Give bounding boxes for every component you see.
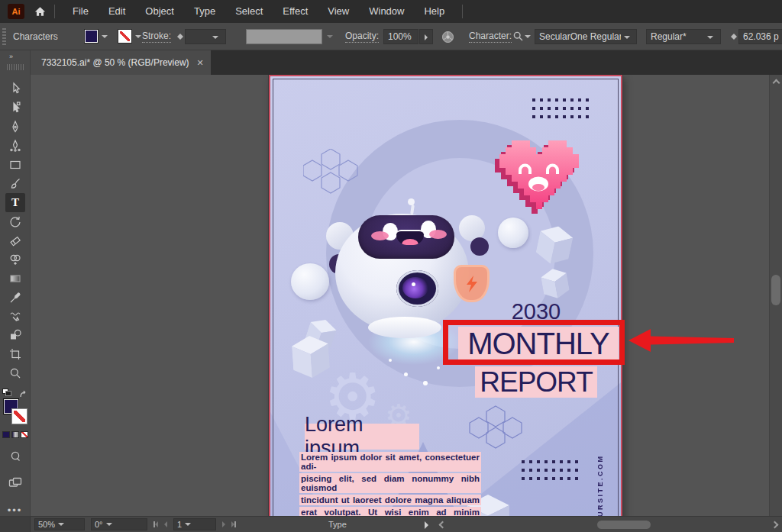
artboard-number-field[interactable]: 1 [173,518,216,530]
first-artboard-button[interactable] [153,521,158,527]
double-chevron-icon[interactable]: » [9,53,14,60]
chevron-down-icon[interactable] [522,29,534,44]
menu-view[interactable]: View [318,0,359,23]
gradient-button[interactable] [11,431,19,438]
body-line[interactable]: Lorem ipsum dolor sit amet, consectetuer… [299,452,481,472]
zoom-level-field[interactable]: 50% [34,518,85,530]
body-line[interactable]: erat volutpat. Ut wisi enim ad minim ven… [299,507,481,516]
font-size-field[interactable]: 62.036 p [738,29,782,44]
horizontal-scrollbar-thumb[interactable] [597,521,651,529]
opacity-expand-button[interactable] [419,29,433,44]
close-tab-icon[interactable]: ✕ [197,58,204,68]
rectangle-tool[interactable] [5,155,25,174]
poster-subtitle-text[interactable]: REPORT [480,366,593,398]
menu-window[interactable]: Window [359,0,414,23]
stroke-weight-label[interactable]: Stroke: [142,31,171,43]
poster-subtitle-highlight[interactable]: REPORT [475,366,597,398]
blend-tool[interactable] [5,326,25,345]
scroll-left-icon[interactable] [439,521,447,529]
robot-shield-badge [454,265,490,302]
chevron-down-icon[interactable] [55,519,67,530]
menu-help[interactable]: Help [414,0,454,23]
vertical-scrollbar-thumb[interactable] [771,275,780,305]
fill-color-swatch[interactable] [84,29,99,44]
eyedropper-tool[interactable] [5,288,25,307]
menu-select[interactable]: Select [225,0,273,23]
character-label[interactable]: Character: [469,31,512,43]
artboard[interactable]: ⚙ ⚙ [269,75,622,516]
opacity-label[interactable]: Opacity: [345,31,379,43]
rotate-tool[interactable] [5,212,25,231]
illustrator-logo-icon[interactable]: Ai [8,4,24,19]
paintbrush-tool[interactable] [5,174,25,193]
stroke-weight-stepper[interactable] [176,29,185,44]
fill-color-control[interactable] [84,29,111,44]
none-button[interactable] [21,431,28,438]
robot-base [368,317,441,338]
font-family-field[interactable]: SecularOne Regular* [535,29,637,44]
body-line[interactable]: tincidunt ut laoreet dolore magna aliqua… [299,495,481,505]
lightning-icon [464,275,480,293]
sparkle [423,381,428,385]
chevron-down-icon[interactable] [209,30,221,44]
edit-toolbar-icon[interactable]: ••• [8,505,23,516]
status-expand-icon[interactable] [425,521,428,529]
variable-width-profile [246,29,322,44]
zoom-tool[interactable] [5,363,25,382]
gradient-tool[interactable] [5,269,25,288]
menu-object[interactable]: Object [135,0,184,23]
current-tool-indicator[interactable]: Type [328,520,347,529]
previous-artboard-button[interactable] [164,521,167,527]
drawing-mode-icon[interactable] [9,450,21,465]
artboard-tool[interactable] [5,345,25,364]
menu-separator [462,5,463,18]
selection-tool[interactable] [5,79,25,98]
characters-panel-label[interactable]: Characters [13,31,58,42]
menu-effect[interactable]: Effect [273,0,318,23]
shape-builder-tool[interactable] [5,250,25,269]
poster-body-text[interactable]: Lorem ipsum dolor sit amet, consectetuer… [299,452,483,516]
type-tool[interactable]: T [5,193,25,212]
direct-selection-tool[interactable] [5,98,25,118]
next-artboard-button[interactable] [222,521,225,527]
menu-file[interactable]: File [63,0,99,23]
stroke-weight-field[interactable] [185,29,226,44]
home-icon[interactable] [34,5,47,18]
stroke-color-control[interactable] [118,29,144,44]
chevron-down-icon[interactable] [182,519,194,530]
recolor-artwork-icon[interactable] [441,31,454,44]
font-style-field[interactable]: Regular* [646,29,721,44]
panel-grip[interactable] [2,28,6,45]
chevron-down-icon[interactable] [103,519,115,530]
menu-edit[interactable]: Edit [99,0,135,23]
swap-fill-stroke-icon[interactable] [19,388,28,401]
eraser-tool[interactable] [5,231,25,250]
scroll-right-icon[interactable] [771,521,779,529]
shaper-tool[interactable] [5,307,25,326]
chevron-down-icon[interactable] [621,30,632,44]
toolbar-header[interactable]: » [0,50,31,75]
body-line[interactable]: piscing elit, sed diam nonummy nibh euis… [299,473,481,493]
poster-website-text[interactable]: YOURSITE.COM [596,440,604,516]
illustrator-window: Ai File Edit Object Type Select Effect V… [0,0,782,532]
stroke-none-swatch[interactable] [118,29,132,44]
default-fill-stroke-icon[interactable] [2,389,12,397]
scroll-up-icon[interactable] [773,79,780,87]
curvature-tool[interactable] [5,136,25,155]
rotation-field[interactable]: 0° [91,518,147,530]
vertical-scrollbar[interactable] [769,75,782,516]
chevron-down-icon[interactable] [99,29,111,44]
last-artboard-button[interactable] [231,521,236,527]
toolbar-stroke-swatch[interactable] [11,408,27,424]
font-size-stepper[interactable] [729,29,738,44]
pen-tool[interactable] [5,118,25,137]
menu-bar: Ai File Edit Object Type Select Effect V… [0,0,782,23]
color-button[interactable] [2,431,10,438]
poster-heading-highlight[interactable]: Lorem ipsum [305,424,419,450]
screen-mode-icon[interactable] [8,477,22,491]
menu-type[interactable]: Type [184,0,225,23]
chevron-down-icon[interactable] [704,30,716,44]
canvas[interactable]: ⚙ ⚙ [31,75,782,516]
opacity-field[interactable]: 100% [383,29,418,44]
document-tab[interactable]: 7332105.ai* @ 50 % (RGB/Preview) ✕ [31,50,211,75]
